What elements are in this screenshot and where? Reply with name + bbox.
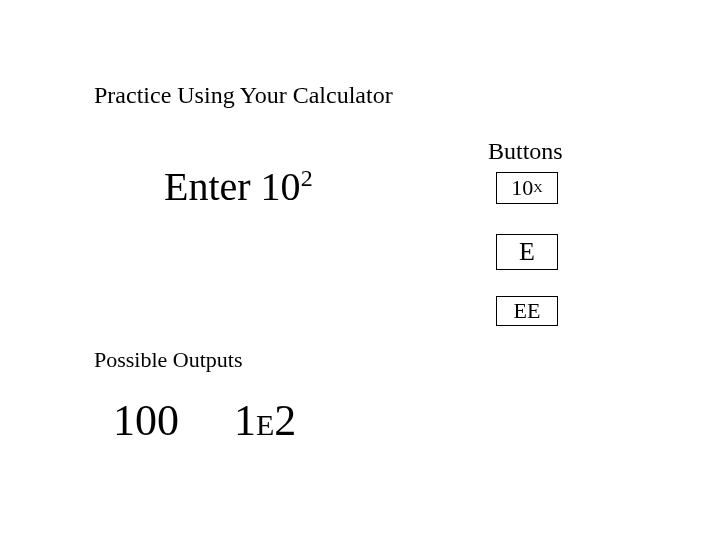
page-title: Practice Using Your Calculator <box>94 82 393 109</box>
output-scientific: 1E2 <box>234 395 296 446</box>
output-plain: 100 <box>113 395 179 446</box>
button-10x-base: 10 <box>511 177 533 199</box>
button-ee-label: EE <box>514 300 541 322</box>
output-sci-exp: 2 <box>274 396 296 445</box>
button-ee[interactable]: EE <box>496 296 558 326</box>
enter-expression: Enter 102 <box>164 163 313 210</box>
button-e[interactable]: E <box>496 234 558 270</box>
button-e-label: E <box>519 239 535 265</box>
output-sci-mantissa: 1 <box>234 396 256 445</box>
output-sci-e: E <box>256 408 274 441</box>
buttons-heading: Buttons <box>488 138 563 165</box>
button-10x[interactable]: 10X <box>496 172 558 204</box>
slide: Practice Using Your Calculator Buttons E… <box>0 0 720 540</box>
enter-prefix: Enter 10 <box>164 164 301 209</box>
possible-outputs-heading: Possible Outputs <box>94 347 243 373</box>
enter-superscript: 2 <box>301 165 313 191</box>
